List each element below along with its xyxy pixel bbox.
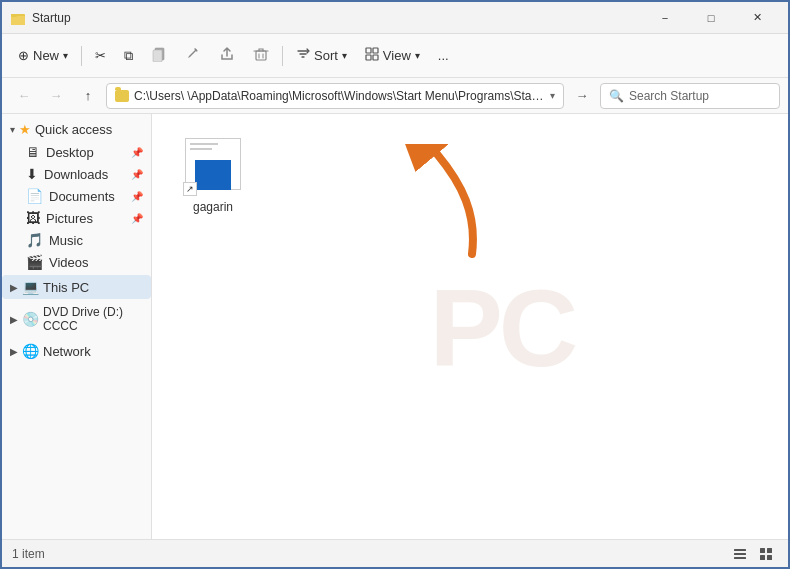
sidebar-item-music[interactable]: 🎵 Music: [2, 229, 151, 251]
copy-button[interactable]: ⧉: [116, 43, 141, 69]
toolbar: ⊕ New ▾ ✂ ⧉: [2, 34, 788, 78]
videos-icon: 🎬: [26, 254, 43, 270]
sidebar-item-label-pictures: Pictures: [46, 211, 93, 226]
svg-rect-14: [734, 557, 746, 559]
svg-rect-10: [373, 55, 378, 60]
folder-icon: [115, 90, 129, 102]
file-item-gagarin[interactable]: ↗ gagarin: [168, 130, 258, 220]
pictures-icon: 🖼: [26, 210, 40, 226]
cut-button[interactable]: ✂: [87, 43, 114, 68]
desktop-icon: 🖥: [26, 144, 40, 160]
new-button[interactable]: ⊕ New ▾: [10, 43, 76, 68]
this-pc-header[interactable]: ▶ 💻 This PC: [2, 275, 151, 299]
separator-2: [282, 46, 283, 66]
forward-button[interactable]: →: [42, 82, 70, 110]
address-bar: ← → ↑ C:\Users\ \AppData\Roaming\Microso…: [2, 78, 788, 114]
grid-view-button[interactable]: [754, 542, 778, 566]
svg-rect-6: [256, 51, 266, 60]
delete-icon: [253, 46, 269, 65]
dvd-label: DVD Drive (D:) CCCC: [43, 305, 143, 333]
status-bar: 1 item: [2, 539, 788, 567]
quick-access-star-icon: ★: [19, 122, 31, 137]
explorer-window: Startup − □ ✕ ⊕ New ▾ ✂ ⧉: [0, 0, 790, 569]
network-label: Network: [43, 344, 91, 359]
svg-rect-7: [366, 48, 371, 53]
maximize-button[interactable]: □: [688, 2, 734, 34]
svg-rect-16: [767, 548, 772, 553]
svg-rect-4: [153, 50, 162, 62]
this-pc-icon: 💻: [22, 279, 39, 295]
svg-rect-12: [734, 549, 746, 551]
watermark: PC: [429, 263, 574, 390]
sidebar-item-pictures[interactable]: 🖼 Pictures 📌: [2, 207, 151, 229]
downloads-icon: ⬇: [26, 166, 38, 182]
more-button[interactable]: ...: [430, 43, 457, 68]
view-icon: [365, 47, 379, 64]
copy-icon: ⧉: [124, 48, 133, 64]
sort-button[interactable]: Sort ▾: [288, 42, 355, 69]
sidebar-item-desktop[interactable]: 🖥 Desktop 📌: [2, 141, 151, 163]
rename-button[interactable]: [177, 41, 209, 70]
pin-icon-desktop: 📌: [131, 147, 143, 158]
new-arrow: ▾: [63, 50, 68, 61]
quick-access-section: ▾ ★ Quick access 🖥 Desktop 📌 ⬇ Downloads…: [2, 118, 151, 273]
dvd-icon: 💿: [22, 311, 39, 327]
shortcut-arrow-icon: ↗: [183, 182, 197, 196]
sidebar-item-label-downloads: Downloads: [44, 167, 108, 182]
network-header[interactable]: ▶ 🌐 Network: [2, 339, 151, 363]
separator-1: [81, 46, 82, 66]
back-button[interactable]: ←: [10, 82, 38, 110]
new-icon: ⊕: [18, 48, 29, 63]
content-area: PC: [152, 114, 788, 539]
svg-rect-17: [760, 555, 765, 560]
paste-button[interactable]: [143, 41, 175, 70]
svg-rect-15: [760, 548, 765, 553]
dvd-section: ▶ 💿 DVD Drive (D:) CCCC: [2, 301, 151, 337]
list-view-button[interactable]: [728, 542, 752, 566]
svg-rect-13: [734, 553, 746, 555]
sidebar: ▾ ★ Quick access 🖥 Desktop 📌 ⬇ Downloads…: [2, 114, 152, 539]
share-icon: [219, 46, 235, 65]
quick-access-label: Quick access: [35, 122, 112, 137]
svg-rect-1: [11, 16, 25, 25]
close-button[interactable]: ✕: [734, 2, 780, 34]
this-pc-chevron: ▶: [10, 282, 18, 293]
sidebar-item-videos[interactable]: 🎬 Videos: [2, 251, 151, 273]
up-button[interactable]: ↑: [74, 82, 102, 110]
network-chevron: ▶: [10, 346, 18, 357]
address-input[interactable]: C:\Users\ \AppData\Roaming\Microsoft\Win…: [106, 83, 564, 109]
file-name: gagarin: [193, 200, 233, 214]
svg-rect-18: [767, 555, 772, 560]
pin-icon-downloads: 📌: [131, 169, 143, 180]
svg-rect-9: [366, 55, 371, 60]
this-pc-section: ▶ 💻 This PC: [2, 275, 151, 299]
address-dropdown-icon: ▾: [550, 90, 555, 101]
file-thumbnail: ↗: [177, 136, 249, 196]
go-button[interactable]: →: [568, 82, 596, 110]
view-toggle: [728, 542, 778, 566]
new-label: New: [33, 48, 59, 63]
share-button[interactable]: [211, 41, 243, 70]
minimize-button[interactable]: −: [642, 2, 688, 34]
sort-label: Sort: [314, 48, 338, 63]
title-bar: Startup − □ ✕: [2, 2, 788, 34]
quick-access-header[interactable]: ▾ ★ Quick access: [2, 118, 151, 141]
cut-icon: ✂: [95, 48, 106, 63]
search-box[interactable]: 🔍 Search Startup: [600, 83, 780, 109]
sidebar-item-label-videos: Videos: [49, 255, 89, 270]
sidebar-item-documents[interactable]: 📄 Documents 📌: [2, 185, 151, 207]
dvd-header[interactable]: ▶ 💿 DVD Drive (D:) CCCC: [2, 301, 151, 337]
arrow-annotation: [402, 144, 492, 267]
documents-icon: 📄: [26, 188, 43, 204]
search-icon: 🔍: [609, 89, 624, 103]
sidebar-item-label-documents: Documents: [49, 189, 115, 204]
main-area: ▾ ★ Quick access 🖥 Desktop 📌 ⬇ Downloads…: [2, 114, 788, 539]
sidebar-item-downloads[interactable]: ⬇ Downloads 📌: [2, 163, 151, 185]
item-count: 1 item: [12, 547, 45, 561]
view-arrow: ▾: [415, 50, 420, 61]
svg-rect-8: [373, 48, 378, 53]
rename-icon: [185, 46, 201, 65]
sidebar-item-label-music: Music: [49, 233, 83, 248]
delete-button[interactable]: [245, 41, 277, 70]
view-button[interactable]: View ▾: [357, 42, 428, 69]
